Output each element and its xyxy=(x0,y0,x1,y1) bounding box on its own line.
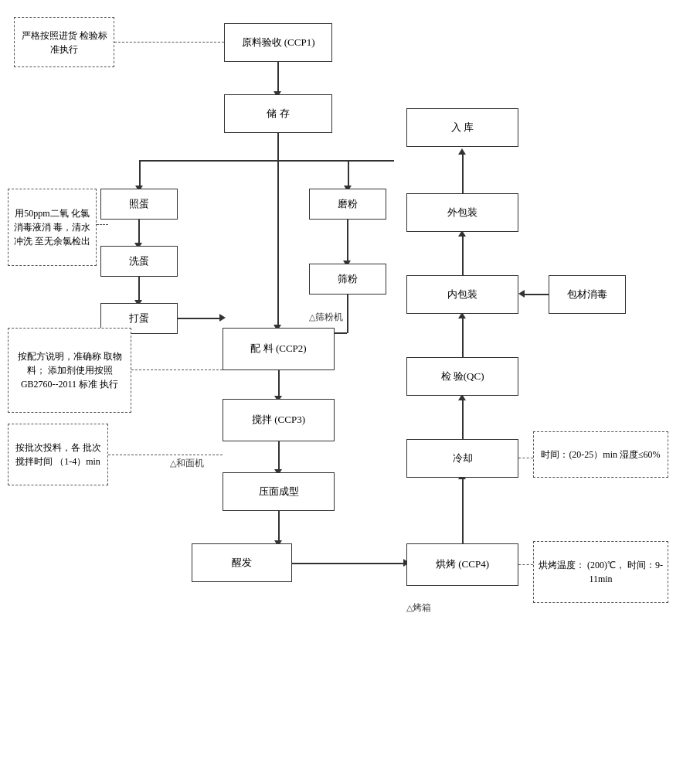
box-outer-pack: 外包装 xyxy=(406,193,518,232)
label-sieve-machine: △筛粉机 xyxy=(309,298,343,324)
box-sieve: 筛粉 xyxy=(309,264,386,295)
arrow-egg-check-wash xyxy=(138,220,140,244)
arrow-beat-ingredient xyxy=(178,318,223,319)
arrow-center-ingredient xyxy=(277,160,279,326)
note-raw-material: 严格按照进货 检验标准执行 xyxy=(14,17,114,67)
box-inner-pack: 内包装 xyxy=(406,275,518,314)
note-recipe: 按配方说明，准确称 取物料； 添加剂使用按照 GB2760--2011 标准 执… xyxy=(8,328,131,413)
arrow-pack-material-inner xyxy=(525,294,549,295)
connector-batch-note xyxy=(108,455,223,455)
connector-bake-note xyxy=(518,564,533,565)
arrow-right-branch xyxy=(348,160,349,187)
connector-egg-note xyxy=(97,224,108,225)
arrow-storage-split xyxy=(277,133,279,160)
arrowhead-warehouse xyxy=(458,148,466,155)
box-cool: 冷却 xyxy=(406,439,518,478)
arrow-inner-outer xyxy=(462,237,464,275)
box-grind: 磨粉 xyxy=(309,189,386,220)
arrow-egg-wash-beat xyxy=(138,277,140,301)
box-warehouse: 入 库 xyxy=(406,108,518,147)
box-stir: 搅拌 (CCP3) xyxy=(223,399,335,441)
arrow-bake-cool xyxy=(462,479,464,543)
note-cool-params: 时间：(20-25）min 湿度≤60% xyxy=(533,431,668,478)
connector-recipe-note xyxy=(131,369,223,370)
arrow-cool-inspect xyxy=(462,400,464,439)
box-press-form: 压面成型 xyxy=(223,472,335,511)
box-pack-material: 包材消毒 xyxy=(549,275,626,314)
connector-cool-note xyxy=(518,458,533,458)
note-egg-disinfect: 用50ppm二氧 化氯消毒液消 毒，清水冲洗 至无余氯检出 xyxy=(8,189,97,266)
arrow-press-proof xyxy=(278,511,280,542)
box-egg-wash: 洗蛋 xyxy=(100,246,178,277)
label-oven: △烤箱 xyxy=(406,588,431,615)
arrow-raw-storage xyxy=(277,62,279,93)
arrow-left-branch xyxy=(139,160,141,187)
box-mixing-ingredients: 配 料 (CCP2) xyxy=(223,328,335,370)
box-egg-check: 照蛋 xyxy=(100,189,178,220)
arrow-ingredient-stir xyxy=(278,370,280,397)
arrow-proof-bake xyxy=(292,563,406,564)
box-inspect: 检 验(QC) xyxy=(406,357,518,396)
arrowhead-ingredient xyxy=(219,314,226,322)
box-proof: 醒发 xyxy=(192,543,292,582)
box-storage: 储 存 xyxy=(224,94,332,133)
arrow-grind-sieve xyxy=(347,220,348,262)
box-bake: 烘烤 (CCP4) xyxy=(406,543,518,586)
label-dough-machine: △和面机 xyxy=(170,444,204,470)
note-bake-params: 烘烤温度： (200)℃， 时间：9-11min xyxy=(533,541,668,603)
box-raw-material: 原料验收 (CCP1) xyxy=(224,23,332,62)
arrow-sieve-down xyxy=(347,295,348,333)
arrow-inspect-inner xyxy=(462,318,464,357)
arrow-outer-warehouse xyxy=(462,155,464,193)
diagram: 原料验收 (CCP1) 储 存 照蛋 洗蛋 打蛋 磨粉 筛粉 xyxy=(0,0,700,773)
connector-raw-note xyxy=(114,42,224,43)
note-batch: 按批次投料，各 批次搅拌时间 （1-4）min xyxy=(8,424,108,485)
arrow-splitter xyxy=(139,160,394,162)
arrow-stir-press xyxy=(278,441,280,471)
arrowhead-pack-material xyxy=(518,290,525,298)
